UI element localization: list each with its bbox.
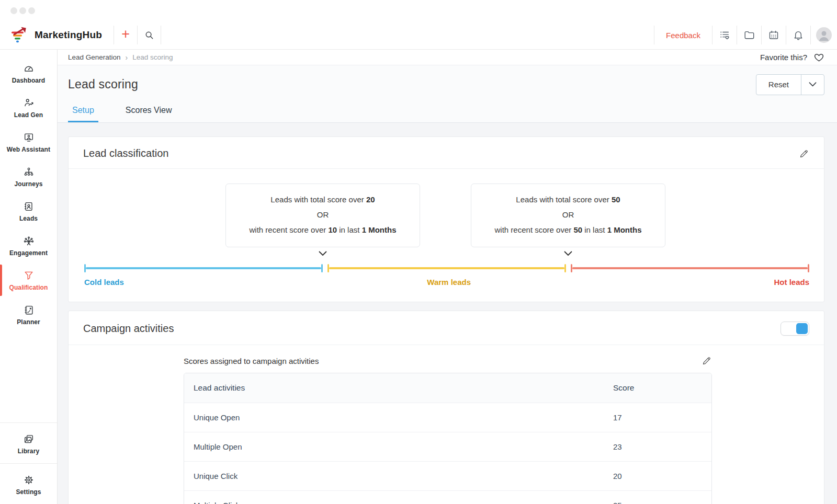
- library-icon: [23, 433, 35, 445]
- feedback-link[interactable]: Feedback: [654, 21, 712, 49]
- segment-cap: [564, 264, 566, 272]
- table-row[interactable]: Multiple Click25: [184, 490, 711, 504]
- tab-scores-view[interactable]: Scores View: [121, 106, 176, 122]
- leads-icon: [23, 201, 35, 212]
- tab-setup[interactable]: Setup: [68, 106, 98, 122]
- folder-icon: [743, 29, 755, 41]
- score-cell: 17: [613, 413, 711, 422]
- lead-classification-card: Lead classification Leads with total sco…: [68, 136, 824, 302]
- activity-cell: Unique Click: [184, 472, 613, 480]
- sidebar-footer-group: Library: [0, 422, 57, 463]
- sidebar-item-label: Planner: [17, 318, 40, 326]
- planner-icon: [23, 304, 35, 316]
- sidebar-item-label: Engagement: [9, 249, 48, 257]
- column-header-score: Score: [613, 383, 711, 393]
- window-control-dot[interactable]: [10, 7, 17, 14]
- app-window: MarketingHub + Feedback DashboardLead Ge…: [0, 0, 837, 504]
- hot-leads-segment[interactable]: [571, 264, 809, 272]
- qualification-icon: [23, 270, 35, 281]
- leadgen-icon: [23, 97, 35, 109]
- webassistant-icon: [23, 132, 35, 143]
- sidebar-item-journeys[interactable]: Journeys: [0, 159, 57, 194]
- sidebar-item-qualification[interactable]: Qualification: [0, 263, 57, 297]
- campaign-list-button[interactable]: [712, 21, 737, 49]
- rule-line: with recent score over 50 in last 1 Mont…: [476, 225, 661, 235]
- edit-classification-button[interactable]: [799, 148, 809, 159]
- campaign-activities-card: Campaign activities Scores assigned to c…: [68, 311, 824, 504]
- hot-leads-label: Hot leads: [774, 278, 809, 287]
- segment-bar: [572, 267, 808, 269]
- page-body: Lead classification Leads with total sco…: [58, 123, 837, 504]
- breadcrumb-chevron-icon: ›: [126, 53, 128, 62]
- rule-line: OR: [476, 210, 661, 220]
- heart-icon[interactable]: [813, 52, 824, 63]
- warm-threshold-box: Leads with total score over 20ORwith rec…: [225, 184, 420, 247]
- marketinghub-logo-icon: [10, 27, 29, 44]
- threshold-marker-chevron-icon[interactable]: [319, 251, 327, 256]
- window-control-dot[interactable]: [28, 7, 35, 14]
- reset-dropdown-button[interactable]: [801, 75, 824, 95]
- sidebar-item-planner[interactable]: Planner: [0, 297, 57, 332]
- card-title-lead-classification: Lead classification: [83, 147, 168, 159]
- tab-bar: SetupScores View: [58, 97, 837, 123]
- sidebar-item-engagement[interactable]: Engagement: [0, 228, 57, 263]
- favorite-this-label: Favorite this?: [760, 53, 807, 62]
- table-row[interactable]: Unique Click20: [184, 461, 711, 490]
- rule-line: OR: [230, 210, 415, 220]
- search-icon: [143, 29, 155, 41]
- sidebar-item-library[interactable]: Library: [0, 433, 57, 455]
- sidebar-item-dashboard[interactable]: Dashboard: [0, 56, 57, 90]
- reset-button[interactable]: Reset: [756, 75, 801, 95]
- breadcrumb-lead-generation[interactable]: Lead Generation: [68, 53, 121, 61]
- favorite-this-control[interactable]: Favorite this?: [760, 52, 824, 63]
- toggle-knob: [796, 323, 808, 334]
- sidebar-item-label: Library: [18, 448, 39, 455]
- app-title: MarketingHub: [35, 29, 102, 41]
- page-header: Lead scoring Reset: [58, 65, 837, 97]
- breadcrumb-current-page: Lead scoring: [132, 53, 173, 61]
- settings-icon: [23, 474, 35, 486]
- sidebar: DashboardLead GenWeb AssistantJourneysLe…: [0, 50, 58, 504]
- warm-leads-segment[interactable]: [327, 264, 566, 272]
- calendar-button[interactable]: [762, 21, 786, 49]
- sidebar-item-leads[interactable]: Leads: [0, 194, 57, 228]
- score-cell: 23: [613, 442, 711, 451]
- lead-score-slider[interactable]: [84, 264, 809, 272]
- search-button[interactable]: [138, 21, 161, 49]
- rule-line: with recent score over 10 in last 1 Mont…: [230, 225, 415, 235]
- edit-scores-button[interactable]: [702, 356, 712, 366]
- notifications-bell-button[interactable]: [786, 21, 810, 49]
- pencil-icon: [799, 148, 809, 159]
- threshold-marker-chevron-icon[interactable]: [564, 251, 572, 256]
- user-avatar[interactable]: [816, 27, 832, 43]
- journeys-icon: [23, 166, 35, 178]
- breadcrumb-bar: Lead Generation › Lead scoring Favorite …: [58, 50, 837, 65]
- sidebar-item-lead-gen[interactable]: Lead Gen: [0, 90, 57, 125]
- page-title: Lead scoring: [68, 77, 138, 91]
- column-header-lead-activities: Lead activities: [184, 383, 613, 393]
- pencil-icon: [702, 356, 712, 366]
- brand-home-link[interactable]: MarketingHub: [0, 21, 114, 49]
- sidebar-item-settings[interactable]: Settings: [0, 474, 57, 496]
- chevron-down-icon: [809, 81, 817, 88]
- cold-leads-segment[interactable]: [84, 264, 323, 272]
- lead-classification-body: Leads with total score over 20ORwith rec…: [69, 169, 824, 302]
- table-row[interactable]: Unique Open17: [184, 403, 711, 432]
- activity-cell: Unique Open: [184, 413, 613, 422]
- cold-leads-label: Cold leads: [84, 278, 124, 287]
- topbar: MarketingHub + Feedback: [0, 21, 837, 50]
- user-menu[interactable]: [811, 21, 837, 49]
- content-area: Lead Generation › Lead scoring Favorite …: [58, 50, 837, 504]
- activity-cell: Multiple Open: [184, 442, 613, 451]
- engagement-icon: [23, 235, 35, 247]
- card-title-campaign-activities: Campaign activities: [83, 323, 174, 335]
- window-control-dot[interactable]: [19, 7, 26, 14]
- score-cell: 20: [613, 472, 711, 480]
- campaign-activities-toggle[interactable]: [781, 322, 809, 336]
- folder-button[interactable]: [737, 21, 761, 49]
- slider-labels: Cold leadsWarm leadsHot leads: [84, 278, 809, 287]
- table-row[interactable]: Multiple Open23: [184, 432, 711, 461]
- sidebar-item-web-assistant[interactable]: Web Assistant: [0, 125, 57, 159]
- scores-table-caption: Scores assigned to campaign activities: [184, 357, 319, 365]
- create-new-button[interactable]: +: [114, 21, 137, 49]
